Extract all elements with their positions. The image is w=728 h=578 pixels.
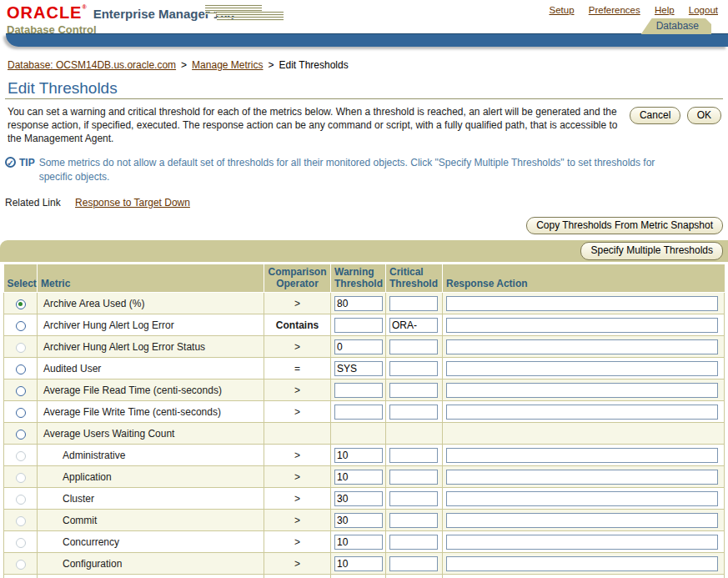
- table-row: Network >: [4, 575, 725, 578]
- warning-threshold-input[interactable]: [334, 556, 383, 571]
- tip-label: TIP: [19, 156, 35, 183]
- metric-name: Average Users Waiting Count: [38, 423, 264, 445]
- table-row: Configuration >: [4, 553, 725, 575]
- select-radio: [16, 538, 26, 548]
- page-description: You can set a warning and critical thres…: [8, 106, 630, 145]
- response-action-input[interactable]: [446, 339, 718, 354]
- table-row: Average File Read Time (centi-seconds) >: [4, 379, 725, 401]
- warning-threshold-input[interactable]: [334, 513, 383, 528]
- response-action-input[interactable]: [446, 383, 718, 398]
- copy-thresholds-button[interactable]: Copy Thresholds From Metric Snapshot: [526, 217, 723, 234]
- response-action-input[interactable]: [446, 448, 718, 463]
- preferences-link[interactable]: Preferences: [589, 5, 640, 15]
- select-radio[interactable]: [16, 321, 26, 331]
- critical-threshold-input[interactable]: [389, 318, 438, 333]
- metric-name: Network: [38, 575, 264, 578]
- critical-threshold-input[interactable]: [389, 296, 438, 311]
- metric-name: Archive Area Used (%): [38, 293, 264, 314]
- metric-name: Concurrency: [38, 531, 264, 553]
- warning-threshold-input[interactable]: [334, 491, 383, 506]
- global-links: Setup Preferences Help Logout: [537, 5, 718, 15]
- metric-name: Cluster: [38, 488, 264, 510]
- metric-name: Average File Read Time (centi-seconds): [38, 379, 264, 401]
- select-radio: [16, 516, 26, 526]
- comparison-operator: >: [264, 553, 331, 575]
- table-row: Archiver Hung Alert Log Error Status >: [4, 336, 725, 358]
- warning-threshold-input[interactable]: [334, 535, 383, 550]
- critical-threshold-input[interactable]: [389, 448, 438, 463]
- metric-name: Administrative: [38, 445, 264, 466]
- table-row: Audited User =: [4, 358, 725, 379]
- metrics-table: Select Metric Comparison Operator Warnin…: [3, 264, 725, 578]
- warning-threshold-input[interactable]: [334, 448, 383, 463]
- metric-name: Application: [38, 466, 264, 488]
- table-row: Archive Area Used (%) >: [4, 293, 725, 314]
- warning-threshold-input[interactable]: [334, 339, 383, 354]
- tab-database[interactable]: Database: [641, 18, 711, 34]
- oracle-logo: ORACLE®: [7, 4, 88, 21]
- response-to-target-down-link[interactable]: Response to Target Down: [75, 197, 190, 209]
- page-title: Edit Thresholds: [8, 79, 728, 98]
- critical-threshold-input[interactable]: [389, 491, 438, 506]
- response-action-input[interactable]: [446, 556, 718, 571]
- warning-threshold-input[interactable]: [334, 405, 383, 420]
- select-radio[interactable]: [16, 430, 26, 440]
- breadcrumb-current: Edit Thresholds: [279, 59, 349, 71]
- response-action-input[interactable]: [446, 491, 718, 506]
- critical-threshold-input[interactable]: [389, 405, 438, 420]
- comparison-operator: >: [264, 401, 331, 423]
- comparison-operator: =: [264, 358, 331, 379]
- select-radio: [16, 560, 26, 570]
- logout-link[interactable]: Logout: [689, 5, 718, 15]
- col-header-critical-threshold: Critical Threshold: [386, 264, 443, 293]
- metric-name: Average File Write Time (centi-seconds): [38, 401, 264, 423]
- response-action-input[interactable]: [446, 361, 718, 376]
- critical-threshold-input[interactable]: [389, 535, 438, 550]
- cancel-button[interactable]: Cancel: [630, 107, 680, 124]
- col-header-select: Select: [4, 264, 38, 293]
- warning-threshold-input[interactable]: [334, 296, 383, 311]
- response-action-input[interactable]: [446, 296, 718, 311]
- response-action-input[interactable]: [446, 513, 718, 528]
- critical-threshold-input[interactable]: [389, 513, 438, 528]
- comparison-operator: [264, 423, 331, 445]
- critical-threshold-input[interactable]: [389, 470, 438, 485]
- critical-threshold-input[interactable]: [389, 383, 438, 398]
- comparison-operator: Contains: [264, 314, 331, 336]
- breadcrumb-manage-metrics-link[interactable]: Manage Metrics: [192, 59, 263, 71]
- select-radio[interactable]: [16, 364, 26, 374]
- help-link[interactable]: Help: [655, 5, 675, 15]
- table-row: Commit >: [4, 510, 725, 531]
- col-header-warning-threshold: Warning Threshold: [331, 264, 386, 293]
- table-row: Cluster >: [4, 488, 725, 510]
- select-radio[interactable]: [16, 408, 26, 418]
- warning-threshold-input[interactable]: [334, 383, 383, 398]
- registered-mark: ®: [82, 4, 87, 10]
- table-header-row: Select Metric Comparison Operator Warnin…: [4, 264, 725, 293]
- response-action-input[interactable]: [446, 535, 718, 550]
- comparison-operator: >: [264, 466, 331, 488]
- critical-threshold-input[interactable]: [389, 361, 438, 376]
- breadcrumb-database-link[interactable]: Database: OCSM14DB.us.oracle.com: [8, 59, 176, 71]
- setup-link[interactable]: Setup: [549, 5, 574, 15]
- ok-button[interactable]: OK: [687, 107, 721, 124]
- select-radio: [16, 451, 26, 461]
- response-action-input[interactable]: [446, 318, 718, 333]
- critical-threshold-input[interactable]: [389, 339, 438, 354]
- tip-note: ✓ TIP Some metrics do not allow a defaul…: [5, 156, 728, 183]
- response-action-input[interactable]: [446, 470, 718, 485]
- comparison-operator: >: [264, 445, 331, 466]
- specify-multiple-thresholds-button[interactable]: Specify Multiple Thresholds: [580, 242, 723, 259]
- related-link-section: Related Link Response to Target Down: [5, 197, 728, 209]
- metric-name: Audited User: [38, 358, 264, 379]
- response-action-input[interactable]: [446, 405, 718, 420]
- warning-threshold-input[interactable]: [334, 361, 383, 376]
- select-radio[interactable]: [16, 386, 26, 396]
- select-radio[interactable]: [16, 299, 26, 309]
- warning-threshold-input[interactable]: [334, 470, 383, 485]
- critical-threshold-input[interactable]: [389, 556, 438, 571]
- warning-threshold-input[interactable]: [334, 318, 383, 333]
- col-header-metric: Metric: [38, 264, 264, 293]
- title-rule: [5, 98, 723, 99]
- database-control-subtitle: Database Control: [7, 23, 721, 36]
